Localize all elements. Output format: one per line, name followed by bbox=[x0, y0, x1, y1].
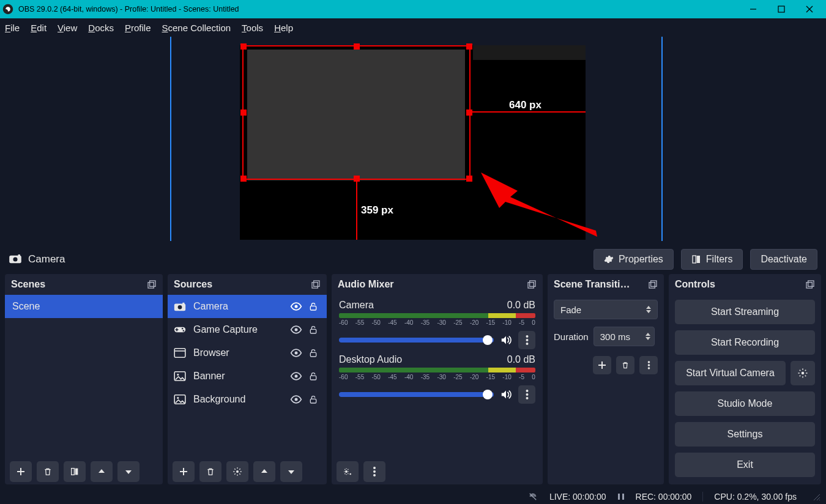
menu-help[interactable]: Help bbox=[274, 23, 293, 33]
scene-filters-button[interactable] bbox=[64, 461, 86, 482]
visibility-toggle-icon[interactable] bbox=[290, 349, 302, 357]
svg-rect-49 bbox=[649, 283, 655, 288]
menu-edit[interactable]: Edit bbox=[31, 23, 47, 33]
move-source-up-button[interactable] bbox=[253, 461, 275, 482]
lock-toggle-icon[interactable] bbox=[308, 371, 321, 381]
virtual-camera-settings-button[interactable] bbox=[791, 361, 815, 385]
lock-toggle-icon[interactable] bbox=[308, 302, 321, 311]
preview-canvas[interactable]: 640 px 359 px bbox=[240, 45, 586, 240]
slider-thumb[interactable] bbox=[483, 335, 493, 345]
speaker-icon[interactable] bbox=[500, 390, 512, 399]
resize-handle-ml[interactable] bbox=[240, 109, 247, 116]
preview-area[interactable]: 640 px 359 px bbox=[0, 37, 826, 245]
svg-rect-5 bbox=[18, 254, 20, 256]
resize-handle-tl[interactable] bbox=[240, 43, 247, 50]
svg-rect-10 bbox=[72, 469, 75, 475]
lock-toggle-icon[interactable] bbox=[308, 348, 321, 358]
transition-select-value: Fade bbox=[560, 305, 581, 315]
duration-spinbox[interactable]: 300 ms bbox=[593, 327, 655, 346]
menu-file[interactable]: File bbox=[5, 23, 20, 33]
transition-select[interactable]: Fade bbox=[554, 300, 658, 319]
remove-source-button[interactable] bbox=[199, 461, 221, 482]
menu-profile[interactable]: Profile bbox=[125, 23, 151, 33]
menu-tools[interactable]: Tools bbox=[242, 23, 263, 33]
remove-transition-button[interactable] bbox=[616, 356, 634, 374]
source-item[interactable]: Browser bbox=[168, 341, 327, 365]
window-close-button[interactable] bbox=[795, 0, 824, 18]
studio-mode-button[interactable]: Studio Mode bbox=[675, 391, 815, 416]
properties-button[interactable]: Properties bbox=[593, 249, 674, 270]
source-item[interactable]: Banner bbox=[168, 365, 327, 388]
context-source-name: Camera bbox=[28, 253, 65, 265]
mixer-menu-button[interactable] bbox=[363, 461, 385, 482]
remove-scene-button[interactable] bbox=[37, 461, 59, 482]
lock-toggle-icon[interactable] bbox=[308, 395, 321, 404]
svg-rect-1 bbox=[778, 6, 784, 12]
speaker-icon[interactable] bbox=[500, 335, 512, 345]
popout-icon[interactable] bbox=[527, 280, 537, 289]
mixer-advanced-button[interactable] bbox=[337, 461, 359, 482]
menu-scene-collection[interactable]: Scene Collection bbox=[162, 23, 231, 33]
menu-docks[interactable]: Docks bbox=[88, 23, 114, 33]
window-minimize-button[interactable] bbox=[739, 0, 767, 18]
svg-point-15 bbox=[178, 305, 182, 309]
transition-menu-button[interactable] bbox=[639, 356, 658, 374]
spin-buttons[interactable] bbox=[646, 333, 650, 340]
start-streaming-button[interactable]: Start Streaming bbox=[675, 300, 815, 324]
channel-menu-button[interactable] bbox=[518, 385, 535, 404]
svg-point-25 bbox=[295, 352, 298, 355]
window-maximize-button[interactable] bbox=[767, 0, 795, 18]
svg-point-4 bbox=[13, 257, 17, 261]
camera-icon bbox=[9, 254, 21, 264]
resize-handle-tr[interactable] bbox=[466, 43, 472, 50]
filters-button[interactable]: Filters bbox=[681, 249, 743, 270]
svg-rect-24 bbox=[174, 349, 185, 357]
visibility-toggle-icon[interactable] bbox=[290, 395, 302, 404]
resize-handle-br[interactable] bbox=[466, 176, 472, 182]
add-scene-button[interactable] bbox=[10, 461, 32, 482]
move-source-down-button[interactable] bbox=[280, 461, 302, 482]
lock-toggle-icon[interactable] bbox=[308, 325, 321, 335]
sources-panel: Sources CameraGame CaptureBrowserBannerB… bbox=[168, 274, 327, 484]
annotation-arrow-icon bbox=[481, 172, 603, 240]
chevron-updown-icon bbox=[646, 306, 651, 313]
settings-button[interactable]: Settings bbox=[675, 422, 815, 447]
source-item[interactable]: Background bbox=[168, 388, 327, 411]
volume-slider[interactable] bbox=[339, 338, 494, 343]
resize-grip-icon[interactable] bbox=[813, 493, 820, 500]
source-preview-camera[interactable] bbox=[247, 50, 465, 180]
scene-item[interactable]: Scene bbox=[5, 295, 163, 318]
popout-icon[interactable] bbox=[648, 280, 658, 289]
sources-list: CameraGame CaptureBrowserBannerBackgroun… bbox=[168, 295, 327, 459]
add-transition-button[interactable] bbox=[593, 356, 611, 374]
resize-handle-mr[interactable] bbox=[466, 109, 472, 116]
move-scene-down-button[interactable] bbox=[117, 461, 140, 482]
add-source-button[interactable] bbox=[173, 461, 195, 482]
source-item[interactable]: Game Capture bbox=[168, 318, 327, 341]
start-recording-button[interactable]: Start Recording bbox=[675, 330, 815, 355]
slider-thumb[interactable] bbox=[483, 390, 493, 399]
source-item[interactable]: Camera bbox=[168, 295, 327, 318]
svg-point-42 bbox=[526, 393, 528, 396]
visibility-toggle-icon[interactable] bbox=[290, 302, 302, 311]
move-scene-up-button[interactable] bbox=[91, 461, 113, 482]
mixer-title: Audio Mixer bbox=[338, 279, 394, 290]
popout-icon[interactable] bbox=[805, 280, 815, 289]
dimension-width-label: 640 px bbox=[509, 99, 541, 111]
resize-handle-bl[interactable] bbox=[240, 176, 247, 182]
volume-slider[interactable] bbox=[339, 392, 494, 397]
source-properties-button[interactable] bbox=[226, 461, 248, 482]
start-virtual-camera-button[interactable]: Start Virtual Camera bbox=[675, 361, 786, 385]
svg-rect-12 bbox=[312, 283, 318, 288]
browser-icon bbox=[174, 348, 187, 358]
popout-icon[interactable] bbox=[311, 280, 321, 289]
popout-icon[interactable] bbox=[147, 280, 157, 289]
menu-view[interactable]: View bbox=[58, 23, 77, 33]
visibility-toggle-icon[interactable] bbox=[290, 372, 302, 380]
channel-menu-button[interactable] bbox=[518, 331, 535, 349]
visibility-toggle-icon[interactable] bbox=[290, 325, 302, 334]
exit-button[interactable]: Exit bbox=[675, 453, 815, 477]
deactivate-button[interactable]: Deactivate bbox=[750, 249, 817, 270]
source-label: Camera bbox=[193, 301, 284, 312]
resize-handle-tm[interactable] bbox=[354, 43, 360, 50]
